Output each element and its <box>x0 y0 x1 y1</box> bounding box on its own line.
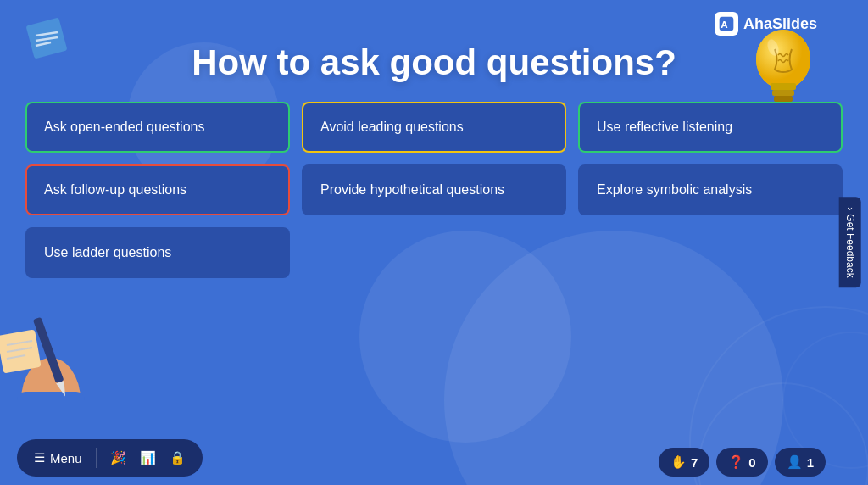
lock-button[interactable]: 🔒 <box>170 450 186 465</box>
people-count: 1 <box>807 455 814 470</box>
card-symbolic[interactable]: Explore symbolic analysis <box>578 164 843 215</box>
card-hypothetical[interactable]: Provide hypothetical questions <box>302 164 566 215</box>
hands-badge: ✋ 7 <box>659 448 709 477</box>
people-icon: 👤 <box>787 454 803 470</box>
card-use-reflective[interactable]: Use reflective listening <box>578 102 843 153</box>
people-badge: 👤 1 <box>775 448 826 477</box>
svg-rect-10 <box>774 96 793 102</box>
menu-label: Menu <box>50 451 82 465</box>
hand-illustration <box>0 265 102 434</box>
card-follow-up[interactable]: Ask follow-up questions <box>25 164 290 215</box>
feedback-tab[interactable]: › Get Feedback <box>838 197 860 287</box>
svg-rect-13 <box>17 392 85 434</box>
celebrate-button[interactable]: 🎉 <box>110 450 126 465</box>
questions-badge: ❓ 0 <box>716 448 767 477</box>
svg-rect-16 <box>0 329 42 373</box>
menu-button[interactable]: ☰ Menu <box>34 450 82 465</box>
cards-grid: Ask open-ended questions Avoid leading q… <box>25 102 843 278</box>
logo-text: AhaSlides <box>743 15 817 33</box>
menu-icon: ☰ <box>34 450 45 465</box>
svg-rect-9 <box>772 90 794 96</box>
hands-count: 7 <box>691 455 698 470</box>
question-icon: ❓ <box>728 454 744 470</box>
chart-icon: 📊 <box>140 450 156 465</box>
logo-icon: A <box>715 12 738 36</box>
svg-text:A: A <box>721 19 728 30</box>
svg-rect-8 <box>771 83 796 90</box>
ahaslides-logo: A AhaSlides <box>715 12 817 36</box>
toolbar-divider-1 <box>96 448 97 468</box>
celebrate-icon: 🎉 <box>110 450 126 465</box>
lock-icon: 🔒 <box>170 450 186 465</box>
page-title: How to ask good questions? <box>0 42 868 83</box>
chart-button[interactable]: 📊 <box>140 450 156 465</box>
bottom-toolbar: ☰ Menu 🎉 📊 🔒 <box>17 439 203 477</box>
hand-icon: ✋ <box>670 454 687 470</box>
card-ask-open-ended[interactable]: Ask open-ended questions <box>25 102 290 153</box>
card-ladder[interactable]: Use ladder questions <box>25 227 290 278</box>
questions-count: 0 <box>748 455 755 470</box>
feedback-label: Get Feedback <box>843 214 855 277</box>
bottom-stats: ✋ 7 ❓ 0 👤 1 <box>659 448 826 477</box>
card-avoid-leading[interactable]: Avoid leading questions <box>302 102 566 153</box>
chevron-icon: › <box>843 207 855 210</box>
